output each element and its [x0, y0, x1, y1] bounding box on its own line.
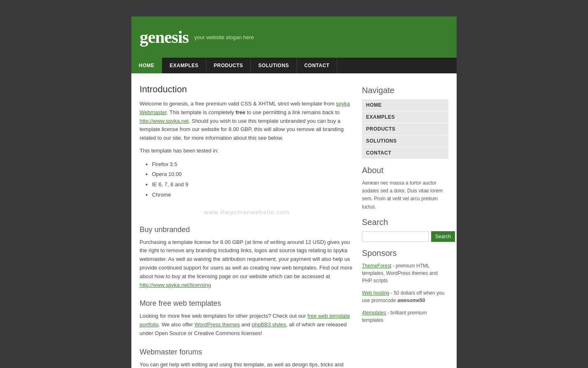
main-nav: HOME EXAMPLES PRODUCTS SOLUTIONS CONTACT	[131, 58, 457, 73]
webmaster-heading: Webmaster forums	[140, 348, 354, 356]
intro-paragraph1: Welcome to genesis, a free premium valid…	[140, 100, 354, 143]
content-wrapper: Introduction Welcome to genesis, a free …	[131, 73, 457, 368]
wordpress-link[interactable]: WordPress themes	[194, 321, 240, 328]
free-templates-paragraph: Looking for more free web templates for …	[140, 312, 354, 338]
tested-list: Firefox 3.5 Opera 10.00 IE 6, 7, 8 and 9…	[152, 159, 354, 200]
navigate-heading: Navigate	[362, 86, 448, 95]
free-templates-heading: More free web templates	[140, 299, 354, 308]
sponsor-4templates: 4templates - brilliant premium templates	[362, 309, 448, 324]
site-slogan: your website slogan here	[194, 34, 254, 40]
tested-heading: This template has been tested in:	[140, 147, 354, 155]
webhosting-link[interactable]: Web hosting	[362, 290, 390, 296]
nav-home[interactable]: HOME	[131, 58, 162, 73]
nav-examples[interactable]: EXAMPLES	[162, 58, 206, 73]
site-header: genesis your website slogan here	[131, 16, 457, 58]
sponsors-heading: Sponsors	[362, 248, 448, 258]
about-heading: About	[362, 166, 448, 175]
list-item: Opera 10.00	[152, 169, 354, 180]
main-content: Introduction Welcome to genesis, a free …	[140, 82, 354, 368]
buy-heading: Buy unbranded	[140, 225, 354, 234]
nav-contact[interactable]: CONTACT	[297, 58, 337, 73]
4templates-link[interactable]: 4templates	[362, 310, 386, 316]
list-item: Chrome	[152, 190, 354, 200]
phpbb-link[interactable]: phpBB3 styles	[252, 321, 286, 328]
nav-products[interactable]: PRODUCTS	[206, 58, 251, 73]
watermark: www.thepcmanwebsite.com	[140, 209, 354, 216]
nav-solutions[interactable]: SOLUTIONS	[251, 58, 297, 73]
about-text: Aenean nec massa a tortor auctor sodales…	[362, 179, 448, 211]
sponsor-webhosting: Web hosting - 50 dollars off when you us…	[362, 289, 448, 304]
page-wrapper: genesis your website slogan here HOME EX…	[131, 16, 457, 368]
licensing-link[interactable]: http://www.spyka.net/licensing	[140, 282, 211, 288]
site-title: genesis	[140, 27, 189, 47]
webmaster-paragraph: You can get help with editing and using …	[140, 361, 354, 368]
sponsor-themeforest: ThemeForest - premium HTML templates, Wo…	[362, 262, 448, 284]
list-item: Firefox 3.5	[152, 159, 354, 170]
sidebar-item-home[interactable]: HOME	[362, 99, 448, 111]
sidebar-item-solutions[interactable]: SOLUTIONS	[362, 135, 448, 147]
buy-paragraph: Purchasing a template license for 8.00 G…	[140, 238, 354, 290]
sidebar-item-contact[interactable]: CONTACT	[362, 147, 448, 159]
search-box: Search	[362, 231, 448, 242]
spyka-net-link[interactable]: http://www.spyka.net	[140, 118, 189, 124]
sidebar: Navigate HOME EXAMPLES PRODUCTS SOLUTION…	[362, 82, 448, 368]
search-heading: Search	[362, 218, 448, 227]
sponsors-section: ThemeForest - premium HTML templates, Wo…	[362, 262, 448, 324]
sidebar-nav: HOME EXAMPLES PRODUCTS SOLUTIONS CONTACT	[362, 99, 448, 159]
search-button[interactable]: Search	[431, 231, 455, 242]
list-item: IE 6, 7, 8 and 9	[152, 180, 354, 190]
intro-heading: Introduction	[140, 84, 354, 95]
themeforest-link[interactable]: ThemeForest	[362, 263, 391, 269]
sidebar-item-examples[interactable]: EXAMPLES	[362, 111, 448, 123]
search-input[interactable]	[362, 231, 429, 242]
sidebar-item-products[interactable]: PRODUCTS	[362, 123, 448, 135]
